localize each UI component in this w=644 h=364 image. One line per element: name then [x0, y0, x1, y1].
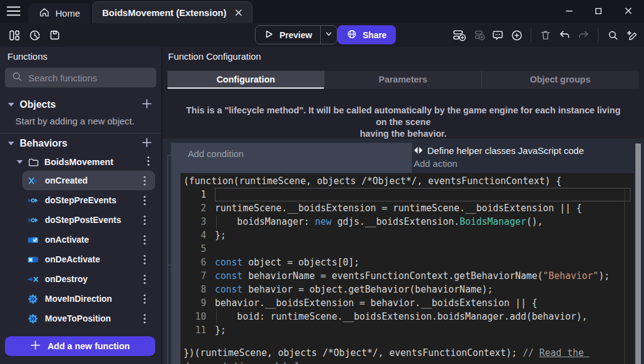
close-tab-button[interactable]: [235, 7, 243, 18]
event-indent-guide: [167, 155, 168, 364]
undo-button[interactable]: [556, 26, 573, 44]
tab-boidsmovement-extension[interactable]: BoidsMovement (Extension): [92, 1, 252, 23]
tab-object-groups[interactable]: Object groups: [481, 71, 638, 89]
toolbar-left-group: [6, 23, 63, 47]
add-behavior-button[interactable]: [140, 136, 153, 152]
function-item-ondeactivate[interactable]: onDeActivate: [22, 249, 155, 269]
function-item-dosteppostevents[interactable]: doStepPostEvents: [22, 210, 155, 230]
js-event-title[interactable]: Define helper classes JavaScript code: [414, 144, 584, 157]
add-comment-button[interactable]: [489, 26, 506, 44]
events-scrollbar[interactable]: [635, 144, 641, 364]
tab-home-label: Home: [55, 8, 80, 18]
plus-icon: [142, 137, 152, 150]
add-object-button[interactable]: [140, 97, 153, 113]
tab-configuration[interactable]: Configuration: [167, 71, 324, 89]
sidebar-title: Functions: [0, 47, 161, 65]
undo-icon: [558, 29, 571, 41]
add-event-button[interactable]: [451, 26, 468, 44]
section-behaviors[interactable]: Behaviors: [0, 134, 161, 153]
play-icon: [264, 29, 274, 41]
dots-vertical-icon: [143, 176, 146, 186]
code-header-line: (function(runtimeScene, objects /*Object…: [180, 174, 634, 188]
event-drag-handle[interactable]: [171, 143, 180, 364]
function-item-menu-button[interactable]: [140, 233, 150, 246]
function-configuration-panel: Function Configuration ConfigurationPara…: [161, 47, 644, 364]
project-manager-button[interactable]: [6, 26, 23, 44]
add-condition-area[interactable]: Add condition: [180, 143, 412, 173]
function-item-movetoposition[interactable]: MoveToPosition: [22, 309, 155, 328]
line-content: };: [215, 323, 630, 337]
tab-parameters[interactable]: Parameters: [324, 71, 481, 89]
close-icon: [624, 6, 632, 17]
add-subevent-button[interactable]: [470, 26, 487, 44]
function-item-oncreated[interactable]: onCreated: [22, 171, 155, 190]
code-line: 4};: [180, 229, 634, 242]
section-objects[interactable]: Objects: [0, 95, 161, 115]
search-icon: [11, 71, 23, 85]
dots-vertical-icon: [143, 294, 146, 304]
line-content: boidsManager: new gdjs.__boidsExtension.…: [215, 215, 630, 229]
add-comment-icon: [491, 29, 504, 42]
home-icon: [39, 7, 50, 20]
redo-button[interactable]: [575, 26, 592, 44]
window-tabs: Home BoidsMovement (Extension): [28, 1, 252, 23]
edit-pen-icon: [626, 29, 638, 42]
gear-icon: [28, 313, 38, 324]
preview-options-button[interactable]: [320, 26, 337, 44]
toolbar-divider: [598, 28, 598, 42]
dots-vertical-icon: [143, 215, 146, 225]
function-item-onactivate[interactable]: onActivate: [22, 230, 155, 249]
function-item-label: onActivate: [45, 235, 133, 245]
behavior-group-boidsmovement[interactable]: BoidsMovement: [0, 153, 161, 171]
add-circle-button[interactable]: [508, 26, 525, 44]
minimize-button[interactable]: [554, 0, 584, 23]
delete-button[interactable]: [537, 26, 554, 44]
group-menu-button[interactable]: [143, 155, 153, 169]
main-menu-button[interactable]: [6, 6, 22, 18]
function-item-menu-button[interactable]: [140, 292, 150, 305]
function-item-menu-button[interactable]: [140, 193, 150, 207]
function-item-menu-button[interactable]: [140, 174, 150, 187]
share-label: Share: [363, 30, 387, 40]
preview-split-button: Preview: [255, 25, 337, 44]
add-circle-icon: [510, 29, 523, 42]
add-subevent-icon: [472, 28, 486, 42]
tab-home[interactable]: Home: [28, 3, 91, 23]
function-item-menu-button[interactable]: [140, 272, 150, 286]
function-item-moveindirection[interactable]: MoveInDirection: [22, 289, 155, 309]
js-event-title-label: Define helper classes JavaScript code: [427, 145, 584, 156]
function-item-menu-button[interactable]: [140, 213, 150, 227]
history-icon: [28, 29, 41, 42]
search-functions-input[interactable]: [28, 73, 151, 83]
add-new-function-button[interactable]: Add a new function: [5, 336, 155, 356]
line-number: 8: [180, 283, 215, 296]
edit-properties-button[interactable]: [623, 26, 640, 44]
preview-button[interactable]: Preview: [256, 26, 320, 44]
line-number: 10: [180, 310, 215, 323]
line-content: boid: runtimeScene.__boidsExtension.boid…: [215, 310, 630, 323]
plus-icon: [142, 99, 152, 111]
close-icon: [235, 8, 243, 18]
function-item-menu-button[interactable]: [140, 312, 150, 325]
function-item-label: MoveInDirection: [45, 294, 133, 304]
line-content: const object = objects[0];: [215, 256, 630, 269]
search-button[interactable]: [604, 26, 621, 44]
history-button[interactable]: [26, 26, 43, 44]
window-controls: [554, 0, 643, 23]
save-button[interactable]: [46, 26, 63, 44]
add-action-area[interactable]: Add action: [414, 158, 457, 169]
line-number: 5: [180, 242, 215, 256]
titlebar: Home BoidsMovement (Extension): [0, 0, 644, 23]
js-code-editor[interactable]: (function(runtimeScene, objects /*Object…: [180, 173, 634, 364]
maximize-button[interactable]: [584, 0, 613, 23]
line-content: const behaviorName = eventsFunctionConte…: [215, 269, 630, 283]
toolbar: Preview Share: [0, 23, 644, 47]
function-item-ondestroy[interactable]: onDestroy: [22, 269, 155, 289]
close-window-button[interactable]: [613, 0, 643, 23]
code-line: 2runtimeScene.__boidsExtension = runtime…: [180, 201, 634, 215]
description-line-1: This is a "lifecycle method". It will be…: [180, 105, 627, 128]
function-item-dosteppreevents[interactable]: doStepPreEvents: [22, 190, 155, 210]
objects-empty-hint: Start by adding a new object.: [0, 115, 161, 133]
share-button[interactable]: Share: [337, 25, 396, 44]
function-item-menu-button[interactable]: [140, 253, 150, 266]
